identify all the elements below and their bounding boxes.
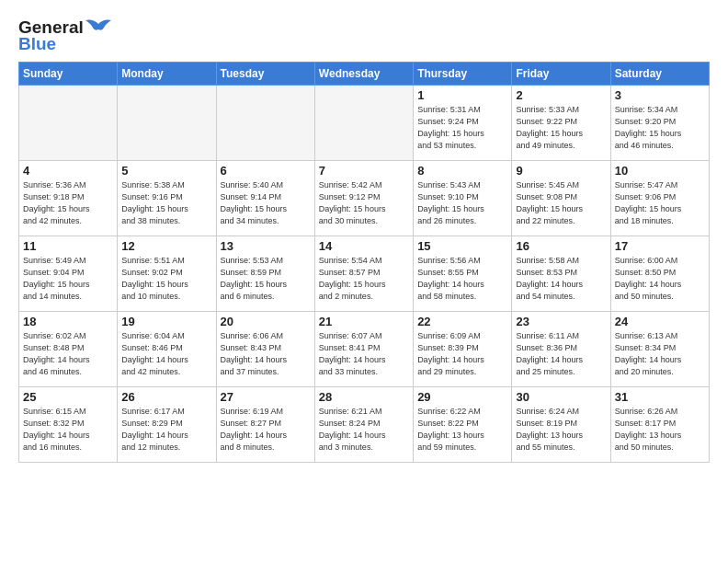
weekday-header-row: SundayMondayTuesdayWednesdayThursdayFrid… <box>19 63 710 86</box>
calendar-cell: 24Sunrise: 6:13 AM Sunset: 8:34 PM Dayli… <box>610 312 709 387</box>
weekday-header-monday: Monday <box>118 63 216 86</box>
day-info: Sunrise: 5:31 AM Sunset: 9:24 PM Dayligh… <box>417 104 507 152</box>
calendar-cell: 14Sunrise: 5:54 AM Sunset: 8:57 PM Dayli… <box>314 236 413 312</box>
day-number: 5 <box>121 164 211 178</box>
day-info: Sunrise: 5:45 AM Sunset: 9:08 PM Dayligh… <box>516 179 606 227</box>
calendar-cell <box>314 86 413 161</box>
calendar-cell: 28Sunrise: 6:21 AM Sunset: 8:24 PM Dayli… <box>314 387 413 463</box>
day-info: Sunrise: 5:33 AM Sunset: 9:22 PM Dayligh… <box>516 104 606 152</box>
weekday-header-thursday: Thursday <box>414 63 512 86</box>
day-info: Sunrise: 6:24 AM Sunset: 8:19 PM Dayligh… <box>516 406 606 454</box>
calendar-cell: 20Sunrise: 6:06 AM Sunset: 8:43 PM Dayli… <box>216 312 314 387</box>
calendar-cell: 18Sunrise: 6:02 AM Sunset: 8:48 PM Dayli… <box>19 312 118 387</box>
day-info: Sunrise: 5:40 AM Sunset: 9:14 PM Dayligh… <box>221 179 311 227</box>
day-number: 29 <box>417 390 507 404</box>
day-number: 23 <box>516 315 606 328</box>
calendar-cell: 6Sunrise: 5:40 AM Sunset: 9:14 PM Daylig… <box>216 161 314 236</box>
weekday-header-saturday: Saturday <box>610 63 709 86</box>
day-number: 24 <box>615 315 705 328</box>
calendar-cell <box>216 86 314 161</box>
calendar-cell: 21Sunrise: 6:07 AM Sunset: 8:41 PM Dayli… <box>314 312 413 387</box>
calendar-cell: 4Sunrise: 5:36 AM Sunset: 9:18 PM Daylig… <box>19 161 118 236</box>
calendar-cell: 15Sunrise: 5:56 AM Sunset: 8:55 PM Dayli… <box>414 236 512 312</box>
day-info: Sunrise: 5:53 AM Sunset: 8:59 PM Dayligh… <box>221 255 311 303</box>
day-info: Sunrise: 6:15 AM Sunset: 8:32 PM Dayligh… <box>23 406 113 454</box>
calendar-cell: 30Sunrise: 6:24 AM Sunset: 8:19 PM Dayli… <box>512 387 610 463</box>
day-number: 26 <box>121 390 211 404</box>
calendar-cell: 11Sunrise: 5:49 AM Sunset: 9:04 PM Dayli… <box>19 236 118 312</box>
calendar-cell: 7Sunrise: 5:42 AM Sunset: 9:12 PM Daylig… <box>314 161 413 236</box>
day-number: 8 <box>417 164 507 178</box>
day-info: Sunrise: 5:36 AM Sunset: 9:18 PM Dayligh… <box>23 179 113 227</box>
calendar-cell: 27Sunrise: 6:19 AM Sunset: 8:27 PM Dayli… <box>216 387 314 463</box>
day-info: Sunrise: 6:21 AM Sunset: 8:24 PM Dayligh… <box>319 406 409 454</box>
day-info: Sunrise: 5:58 AM Sunset: 8:53 PM Dayligh… <box>516 255 606 303</box>
day-number: 25 <box>23 390 113 404</box>
weekday-header-wednesday: Wednesday <box>314 63 413 86</box>
calendar-table: SundayMondayTuesdayWednesdayThursdayFrid… <box>18 62 710 463</box>
day-number: 30 <box>516 390 606 404</box>
day-info: Sunrise: 6:17 AM Sunset: 8:29 PM Dayligh… <box>121 406 211 454</box>
day-info: Sunrise: 5:43 AM Sunset: 9:10 PM Dayligh… <box>417 179 507 227</box>
day-info: Sunrise: 5:51 AM Sunset: 9:02 PM Dayligh… <box>121 255 211 303</box>
day-info: Sunrise: 6:13 AM Sunset: 8:34 PM Dayligh… <box>615 330 705 378</box>
calendar-cell: 3Sunrise: 5:34 AM Sunset: 9:20 PM Daylig… <box>610 86 709 161</box>
calendar-cell: 12Sunrise: 5:51 AM Sunset: 9:02 PM Dayli… <box>118 236 216 312</box>
day-info: Sunrise: 5:38 AM Sunset: 9:16 PM Dayligh… <box>121 179 211 227</box>
day-number: 16 <box>516 239 606 253</box>
day-number: 31 <box>615 390 705 404</box>
week-row-4: 18Sunrise: 6:02 AM Sunset: 8:48 PM Dayli… <box>19 312 710 387</box>
day-info: Sunrise: 6:00 AM Sunset: 8:50 PM Dayligh… <box>615 255 705 303</box>
day-number: 17 <box>615 239 705 253</box>
calendar-cell <box>19 86 118 161</box>
week-row-5: 25Sunrise: 6:15 AM Sunset: 8:32 PM Dayli… <box>19 387 710 463</box>
day-number: 4 <box>23 164 113 178</box>
day-number: 7 <box>319 164 409 178</box>
week-row-2: 4Sunrise: 5:36 AM Sunset: 9:18 PM Daylig… <box>19 161 710 236</box>
day-info: Sunrise: 5:49 AM Sunset: 9:04 PM Dayligh… <box>23 255 113 303</box>
calendar-cell: 22Sunrise: 6:09 AM Sunset: 8:39 PM Dayli… <box>414 312 512 387</box>
day-info: Sunrise: 5:54 AM Sunset: 8:57 PM Dayligh… <box>319 255 409 303</box>
day-info: Sunrise: 5:47 AM Sunset: 9:06 PM Dayligh… <box>615 179 705 227</box>
day-info: Sunrise: 5:34 AM Sunset: 9:20 PM Dayligh… <box>615 104 705 152</box>
calendar-cell: 31Sunrise: 6:26 AM Sunset: 8:17 PM Dayli… <box>610 387 709 463</box>
day-number: 20 <box>221 315 311 328</box>
calendar-cell: 8Sunrise: 5:43 AM Sunset: 9:10 PM Daylig… <box>414 161 512 236</box>
day-info: Sunrise: 6:02 AM Sunset: 8:48 PM Dayligh… <box>23 330 113 378</box>
day-number: 19 <box>121 315 211 328</box>
day-number: 18 <box>23 315 113 328</box>
calendar-cell: 29Sunrise: 6:22 AM Sunset: 8:22 PM Dayli… <box>414 387 512 463</box>
weekday-header-tuesday: Tuesday <box>216 63 314 86</box>
week-row-1: 1Sunrise: 5:31 AM Sunset: 9:24 PM Daylig… <box>19 86 710 161</box>
day-number: 28 <box>319 390 409 404</box>
calendar-page: General Blue SundayMondayTuesdayWednesda… <box>0 0 728 563</box>
day-info: Sunrise: 5:42 AM Sunset: 9:12 PM Dayligh… <box>319 179 409 227</box>
day-info: Sunrise: 6:26 AM Sunset: 8:17 PM Dayligh… <box>615 406 705 454</box>
day-info: Sunrise: 6:19 AM Sunset: 8:27 PM Dayligh… <box>221 406 311 454</box>
day-number: 10 <box>615 164 705 178</box>
day-number: 6 <box>221 164 311 178</box>
logo-blue: Blue <box>18 35 56 52</box>
logo: General Blue <box>18 17 111 52</box>
calendar-cell: 26Sunrise: 6:17 AM Sunset: 8:29 PM Dayli… <box>118 387 216 463</box>
calendar-cell: 25Sunrise: 6:15 AM Sunset: 8:32 PM Dayli… <box>19 387 118 463</box>
calendar-cell: 1Sunrise: 5:31 AM Sunset: 9:24 PM Daylig… <box>414 86 512 161</box>
day-info: Sunrise: 6:22 AM Sunset: 8:22 PM Dayligh… <box>417 406 507 454</box>
week-row-3: 11Sunrise: 5:49 AM Sunset: 9:04 PM Dayli… <box>19 236 710 312</box>
day-info: Sunrise: 6:06 AM Sunset: 8:43 PM Dayligh… <box>221 330 311 378</box>
calendar-cell: 23Sunrise: 6:11 AM Sunset: 8:36 PM Dayli… <box>512 312 610 387</box>
day-number: 1 <box>417 88 507 102</box>
weekday-header-sunday: Sunday <box>19 63 118 86</box>
calendar-cell: 16Sunrise: 5:58 AM Sunset: 8:53 PM Dayli… <box>512 236 610 312</box>
calendar-cell: 17Sunrise: 6:00 AM Sunset: 8:50 PM Dayli… <box>610 236 709 312</box>
day-info: Sunrise: 6:07 AM Sunset: 8:41 PM Dayligh… <box>319 330 409 378</box>
day-number: 15 <box>417 239 507 253</box>
day-number: 22 <box>417 315 507 328</box>
day-number: 11 <box>23 239 113 253</box>
calendar-cell: 2Sunrise: 5:33 AM Sunset: 9:22 PM Daylig… <box>512 86 610 161</box>
header: General Blue <box>18 17 710 52</box>
day-number: 2 <box>516 88 606 102</box>
day-number: 13 <box>221 239 311 253</box>
day-number: 9 <box>516 164 606 178</box>
day-number: 3 <box>615 88 705 102</box>
